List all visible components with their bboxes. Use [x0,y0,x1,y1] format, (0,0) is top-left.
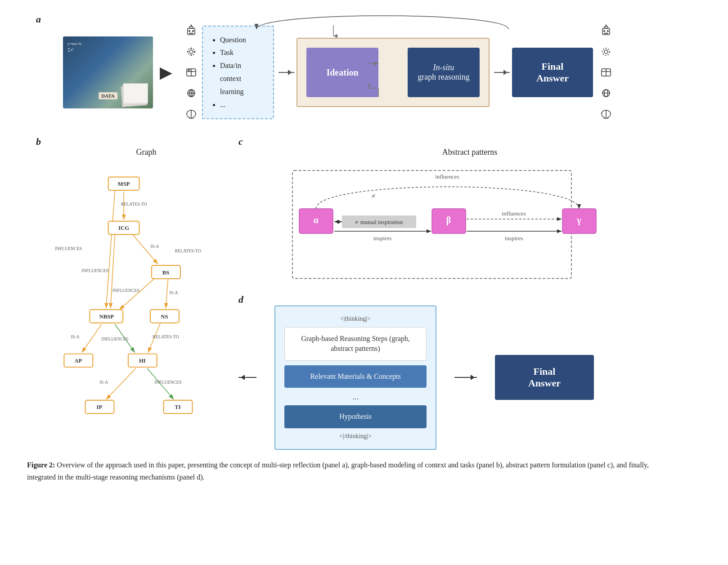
thinking-close-tag: <|/thinking|> [284,433,427,440]
icon-robot [183,22,200,40]
photo-box: y=mx+b∑x² DATA [63,36,153,108]
svg-line-55 [82,324,102,353]
context-item-1: Question [220,34,264,47]
svg-text:IS-A: IS-A [150,244,159,249]
svg-text:γ: γ [576,215,581,225]
panel-b-label: b [36,136,41,147]
svg-point-27 [607,30,609,32]
svg-text:∝ mutual inspiration: ∝ mutual inspiration [355,219,403,225]
panels-cd-col: c Abstract patterns α [238,136,701,450]
icons-column-right [598,22,615,122]
panel-a-label: a [36,13,41,25]
thinking-block-1: Graph-based Reasoning Steps (graph, abst… [284,327,427,361]
panels-bc-row: b Graph RELATES-TO IS-A [36,136,701,450]
svg-text:NS: NS [161,314,168,320]
svg-text:RELATES-TO: RELATES-TO [121,202,147,206]
svg-rect-25 [604,27,608,28]
panel-d-label: d [238,294,243,305]
svg-point-32 [602,48,610,55]
icon-network [183,85,200,102]
inner-arrow-up [368,84,395,102]
context-item-dot: ... [220,99,264,112]
svg-text:influences: influences [435,173,459,180]
svg-text:RELATES-TO: RELATES-TO [153,334,179,339]
svg-text:IS-A: IS-A [99,380,108,385]
svg-text:INFLUENCES: INFLUENCES [154,380,181,385]
svg-point-8 [189,50,193,54]
icon-settings [183,43,200,60]
final-answer-block-a: Final Answer [512,48,593,97]
svg-point-4 [192,30,194,32]
panel-a: a y=mx+b∑x² DATA [36,13,701,122]
context-item-2: Task [220,46,264,59]
svg-text:MSP: MSP [118,181,130,187]
svg-rect-28 [604,33,608,34]
svg-text:IS-A: IS-A [170,290,179,295]
graph-svg: RELATES-TO IS-A INFLUENCES INFLUENCES IN… [36,161,216,422]
svg-point-13 [188,69,190,71]
final-answer-block-d: Final Answer [495,355,594,400]
svg-text:INFLUENCES: INFLUENCES [81,268,108,273]
svg-text:β: β [446,215,451,225]
svg-line-61 [106,368,136,399]
caption-text: Overview of the approach used in this pa… [27,461,649,481]
panel-d: d <|thinking|> Graph-based Reasoning Ste… [238,294,701,450]
svg-point-31 [604,50,608,54]
icons-column-left [183,22,200,122]
svg-line-44 [133,234,158,264]
icon-robot-right [598,22,615,40]
svg-text:α: α [313,215,318,225]
svg-text:RELATES-TO: RELATES-TO [175,248,201,253]
svg-text:IS-A: IS-A [71,334,80,339]
arrow-to-final [494,72,510,73]
svg-point-9 [188,48,195,55]
svg-point-3 [189,30,190,32]
icon-brain [183,105,200,122]
svg-text:AP: AP [74,358,82,364]
abstract-title: Abstract patterns [238,148,701,157]
panel-c: c Abstract patterns α [238,136,701,289]
svg-text:TI: TI [175,404,181,410]
top-curve-arrow [252,7,513,31]
icon-table-right [598,64,615,81]
context-item-3: Data/incontextlearning [220,59,264,98]
graph-title: Graph [63,148,229,157]
svg-line-52 [166,279,168,309]
insitu-block: In-situ graph reasoning [408,48,480,97]
caption-bold: Figure 2: [27,461,55,469]
svg-rect-5 [189,33,193,34]
svg-rect-2 [189,27,193,28]
svg-text:IP: IP [97,404,103,410]
svg-text:INFLUENCES: INFLUENCES [101,336,128,341]
svg-text:INFLUENCES: INFLUENCES [112,288,139,293]
svg-text:BS: BS [162,269,170,276]
icon-person [183,64,200,81]
ideation-block: Ideation [306,48,378,97]
panel-b: b Graph RELATES-TO IS-A [36,136,229,450]
svg-text:ICG: ICG [118,225,129,231]
panel-c-label: c [238,136,243,147]
svg-text:≠: ≠ [372,192,376,200]
svg-point-30 [606,25,607,26]
svg-line-46 [111,234,115,308]
svg-text:INFLUENCES: INFLUENCES [55,246,82,251]
abstract-patterns-svg: α β γ influences ≠ ∝ mutual inspiration [238,166,643,287]
icon-settings-right [598,43,615,60]
icon-network-right [598,85,615,102]
svg-text:HI: HI [139,358,146,364]
arrow-to-reasoning [279,72,294,73]
svg-text:inspires: inspires [373,235,391,242]
thinking-block-3: Hypothesis [284,405,427,428]
inner-arrow-right [368,61,395,79]
icon-brain-right [598,105,615,122]
thinking-box: <|thinking|> Graph-based Reasoning Steps… [274,305,436,450]
svg-text:NBSP: NBSP [99,314,114,320]
svg-text:inspires: inspires [505,235,523,242]
panel-a-inner: y=mx+b∑x² DATA ▶ [49,22,701,122]
thinking-open-tag: <|thinking|> [284,315,427,323]
play-arrow: ▶ [160,63,172,82]
thinking-block-2: Relevant Materials & Concepts [284,365,427,388]
svg-point-7 [191,25,192,26]
figure-container: a y=mx+b∑x² DATA [27,13,701,483]
svg-text:influences: influences [502,210,526,217]
